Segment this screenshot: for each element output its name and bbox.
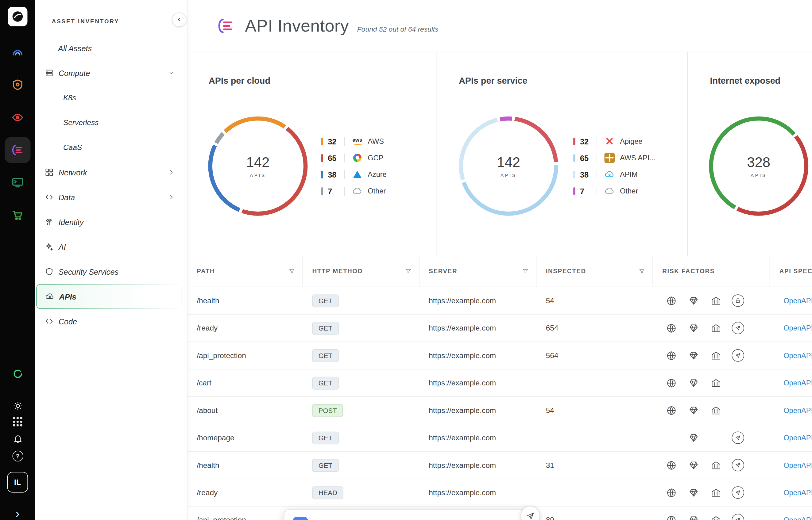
cart-module[interactable] (0, 199, 35, 231)
sidebar-item-apis[interactable]: APIs (36, 284, 182, 309)
sidebar-item-label: CaaS (63, 143, 82, 152)
column-label: PATH (197, 267, 215, 275)
rail-expand-chevron[interactable]: › (0, 509, 35, 519)
globe-risk-icon (665, 404, 678, 417)
left-rail: ? IL › (0, 0, 35, 520)
sidebar-item-ai[interactable]: AI (36, 234, 182, 259)
legend-value: 32 (580, 137, 593, 146)
sidebar-item-identity[interactable]: Identity (36, 209, 182, 234)
sidebar-item-label: K8s (63, 94, 76, 102)
openapi-link[interactable]: OpenAPI (784, 296, 812, 305)
path-cell: /homepage (188, 434, 303, 442)
funnel-icon[interactable] (522, 268, 529, 275)
column-label: HTTP METHOD (313, 267, 363, 275)
openapi-link[interactable]: OpenAPI (784, 324, 812, 332)
help-icon[interactable]: ? (0, 451, 35, 462)
table-row[interactable]: /aboutPOSThttps://example.com54OpenAPI (188, 397, 812, 424)
sidebar-item-security-services[interactable]: Security Services (36, 259, 182, 284)
sidebar-item-serverless[interactable]: Serverless (36, 110, 182, 135)
sidebar-item-label: APIs (59, 292, 76, 301)
send-risk-icon (732, 514, 744, 520)
path-cell: /api_protection (188, 352, 303, 360)
cloud-icon (351, 186, 364, 196)
path-cell: /about (188, 406, 303, 415)
server-cell: https://example.com (419, 406, 536, 415)
server-cell: https://example.com (419, 296, 536, 305)
table-row[interactable]: /readyGEThttps://example.com654OpenAPI (188, 315, 812, 342)
api-module-active[interactable] (0, 133, 35, 166)
apps-grid-icon[interactable] (0, 417, 35, 426)
gem-risk-icon (687, 322, 700, 335)
bank-risk-icon (710, 486, 722, 499)
notifications-bell-icon[interactable] (0, 433, 35, 444)
column-header-server[interactable]: SERVER (419, 256, 536, 287)
api-spec-cell: OpenAPI (770, 323, 812, 333)
globe-risk-icon (665, 377, 678, 389)
avatar[interactable]: IL (0, 472, 35, 493)
table-row[interactable]: /cartGEThttps://example.comOpenAPI (188, 369, 812, 397)
sidebar-item-caas[interactable]: CaaS (36, 135, 182, 160)
column-header-inspected[interactable]: INSPECTED (536, 256, 653, 287)
chart-title: APIs per service (459, 76, 527, 86)
path-cell: /health (188, 296, 303, 305)
legend-label: AWS (368, 137, 384, 145)
sidebar-item-data[interactable]: Data (36, 185, 182, 209)
table-row[interactable]: /api_protectionGEThttps://example.com564… (188, 342, 812, 369)
bank-risk-icon (710, 514, 722, 520)
risk-factors-cell (653, 349, 770, 362)
sidebar-collapse-button[interactable]: ‹ (172, 12, 186, 27)
openapi-link[interactable]: OpenAPI (784, 406, 812, 415)
empty-risk-slot (732, 404, 744, 417)
column-header-path[interactable]: PATH (188, 256, 303, 287)
inspected-cell: 654 (536, 324, 653, 332)
risk-factors-cell (653, 459, 770, 472)
chart-panel-apis-per-service: APIs per service 142APIs 32Apigee65AWS A… (437, 52, 687, 255)
table-row[interactable]: /readyHEADhttps://example.comOpenAPI (188, 479, 812, 506)
eye-module[interactable] (0, 101, 35, 133)
legend-divider (596, 153, 597, 162)
openapi-link[interactable]: OpenAPI (784, 434, 812, 442)
settings-gear-icon[interactable] (0, 400, 35, 411)
empty-risk-slot (710, 432, 722, 444)
sidebar-item-all-assets[interactable]: All Assets (36, 35, 182, 60)
openapi-link[interactable]: OpenAPI (784, 516, 812, 520)
table-row[interactable]: /healthGEThttps://example.com54OpenAPI (188, 287, 812, 315)
table-row[interactable]: /homepageGEThttps://example.comOpenAPI (188, 424, 812, 452)
funnel-icon[interactable] (289, 268, 295, 275)
openapi-link[interactable]: OpenAPI (784, 461, 812, 469)
chart-legend: 32awsAWS65GCP38Azure7Other (321, 133, 387, 199)
sidebar-item-k8s[interactable]: K8s (36, 85, 182, 110)
risk-factors-cell (653, 432, 770, 444)
shield-icon (45, 267, 54, 276)
ring-logo-icon[interactable] (0, 368, 35, 379)
sidebar-item-compute[interactable]: Compute (36, 60, 182, 85)
gem-risk-icon (687, 486, 700, 499)
sidebar-item-code[interactable]: Code (36, 309, 182, 334)
risk-factors-cell (653, 294, 770, 307)
column-header-api-spec[interactable]: API SPEC (770, 256, 812, 287)
table-row[interactable]: /healthGEThttps://example.com31OpenAPI (188, 452, 812, 479)
risk-factors-cell (653, 322, 770, 335)
primary-view-button[interactable] (292, 517, 308, 520)
legend-value: 7 (580, 186, 593, 195)
sidebar-item-network[interactable]: Network (36, 160, 182, 185)
arc-module[interactable] (0, 35, 35, 68)
risk-factors-cell (653, 486, 770, 499)
terminal-module[interactable] (0, 166, 35, 199)
openapi-link[interactable]: OpenAPI (784, 352, 812, 360)
shield-module[interactable] (0, 68, 35, 101)
column-header-http-method[interactable]: HTTP METHOD (303, 256, 419, 287)
gcp-icon (351, 154, 364, 162)
inspected-cell: 54 (536, 296, 653, 305)
donut-total: 328 (747, 155, 770, 171)
openapi-link[interactable]: OpenAPI (784, 488, 812, 497)
funnel-icon[interactable] (405, 268, 412, 275)
send-risk-icon (732, 432, 744, 444)
openapi-link[interactable]: OpenAPI (784, 379, 812, 387)
legend-value: 65 (580, 153, 593, 162)
inspected-cell: 54 (536, 406, 653, 415)
column-header-risk-factors[interactable]: RISK FACTORS (653, 256, 770, 287)
legend-label: APIM (620, 170, 638, 178)
funnel-icon[interactable] (639, 268, 645, 275)
brand-logo[interactable] (8, 7, 27, 26)
